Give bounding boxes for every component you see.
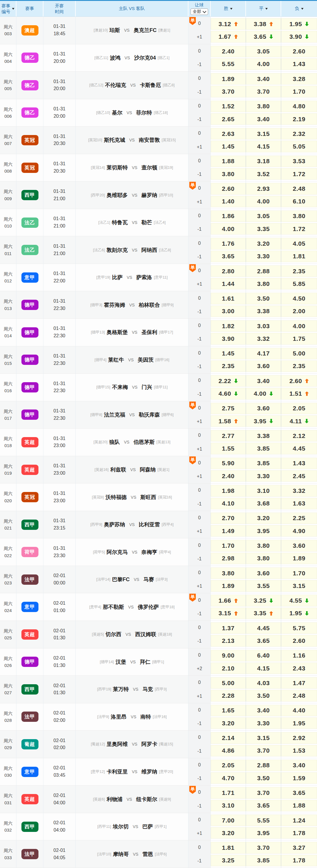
odds-cell-lose-line2[interactable]: 5.85 (281, 278, 317, 289)
odds-cell-draw-line2[interactable]: 3.70 (246, 86, 281, 97)
odds-cell-win-line1[interactable]: 5.00 (211, 677, 246, 689)
odds-cell-lose-line1[interactable]: 2.25 (281, 513, 317, 524)
odds-cell-lose-line1[interactable]: 2.12 (281, 430, 317, 441)
odds-cell-win-line2[interactable]: 3.80 (211, 168, 246, 180)
odds-cell-win-line1[interactable]: 1.61 (211, 293, 246, 304)
odds-cell-win-line2[interactable]: 1.40 (211, 196, 246, 207)
odds-cell-lose-line2[interactable]: 2.35 (281, 361, 317, 372)
odds-cell-draw-line2[interactable]: 3.40 (246, 113, 281, 125)
match-teams-link[interactable]: [法甲10] 摩纳哥 VS 雷恩 [法甲6] (76, 840, 188, 868)
odds-cell-win-line1[interactable]: 1.52 (211, 101, 246, 112)
odds-cell-lose-line2[interactable]: 1.43 (281, 58, 317, 70)
odds-cell-win-line1[interactable]: 1.76 (211, 238, 246, 249)
odds-cell-draw-line2[interactable]: 3.52 (246, 168, 281, 180)
match-teams-link[interactable]: [荷甲5] 阿尔克马 VS 奈梅亨 [荷甲4] (76, 538, 188, 566)
match-teams-link[interactable]: [德甲13] 奥格斯堡 VS 圣保利 [德甲17] (76, 319, 188, 346)
odds-cell-draw-line1[interactable]: 3.20 (246, 513, 281, 524)
odds-cell-win-line1[interactable]: 2.75 (211, 403, 246, 414)
odds-cell-lose-line2[interactable]: 1.63 (281, 498, 317, 509)
match-teams-link[interactable]: [德甲4] 莱红牛 VS 美因茨 [德甲16] (76, 346, 188, 374)
odds-cell-win-line2[interactable]: 1.67 (211, 31, 246, 42)
odds-cell-draw-line2[interactable]: 3.65 (246, 31, 281, 42)
odds-cell-draw-line1[interactable]: 2.88 (246, 266, 281, 277)
odds-cell-win-line1[interactable]: 1.86 (211, 211, 246, 222)
odds-cell-win-line1[interactable]: 7.00 (211, 814, 246, 826)
odds-cell-lose-line1[interactable]: 1.16 (281, 650, 317, 661)
match-teams-link[interactable]: [德甲15] 不来梅 VS 门兴 [德甲11] (76, 374, 188, 401)
odds-cell-draw-line1[interactable]: 3.60 (246, 403, 281, 414)
sort-draw-odds[interactable]: 平 (246, 1, 281, 17)
odds-cell-win-line1[interactable]: 2.60 (211, 183, 246, 194)
odds-cell-draw-line2[interactable]: 3.30 (246, 470, 281, 482)
odds-cell-lose-line2[interactable]: 2.19 (281, 113, 317, 125)
match-teams-link[interactable]: [西甲9] 奥萨苏纳 VS 比利亚雷 [西甲4] (76, 511, 188, 538)
odds-cell-draw-line1[interactable]: 3.40 (246, 705, 281, 716)
match-teams-link[interactable]: [英超5] 切尔西 VS 西汉姆联 [英超18] (76, 621, 188, 648)
odds-cell-lose-line1[interactable]: 1.47 (281, 677, 317, 689)
match-teams-link[interactable]: [英冠8] 沃特福德 VS 斯旺西 [英冠16] (76, 484, 188, 511)
odds-cell-draw-line2[interactable]: 3.65 (246, 635, 281, 646)
match-teams-link[interactable]: [法甲9] 洛里昂 VS 南特 [法甲16] (76, 703, 188, 731)
odds-cell-win-line2[interactable]: 3.90 (211, 333, 246, 344)
odds-cell-draw-line2[interactable]: 3.95 (246, 827, 281, 839)
odds-cell-draw-line1[interactable]: 3.80 (246, 540, 281, 551)
odds-cell-draw-line1[interactable]: 2.93 (246, 183, 281, 194)
odds-cell-win-line2[interactable]: 5.55 (211, 58, 246, 70)
odds-cell-win-line1[interactable]: 1.88 (211, 156, 246, 167)
match-teams-link[interactable]: [法乙1] 特鲁瓦 VS 勒芒 [法乙4] (76, 209, 188, 236)
odds-cell-lose-line2[interactable]: 2.60 (281, 635, 317, 646)
odds-cell-draw-line1[interactable]: 3.38 (246, 430, 281, 441)
odds-cell-draw-line2[interactable]: 3.95 (246, 415, 281, 427)
match-teams-link[interactable]: [意甲12] 卡利亚里 VS 维罗纳 [意甲20] (76, 758, 188, 785)
odds-cell-lose-line2[interactable]: 1.78 (281, 827, 317, 839)
odds-cell-win-line1[interactable]: 1.89 (211, 73, 246, 85)
odds-cell-lose-line2[interactable]: 1.88 (281, 800, 317, 811)
odds-cell-lose-line1[interactable]: 1.43 (281, 458, 317, 469)
odds-cell-draw-line1[interactable]: 4.17 (246, 348, 281, 359)
match-teams-link[interactable]: [意甲19] 比萨 VS 萨索洛 [意甲11] (76, 264, 188, 291)
odds-cell-draw-line1[interactable]: 3.85 (246, 458, 281, 469)
odds-cell-draw-line1[interactable]: 3.50 (246, 293, 281, 304)
match-teams-link[interactable]: [西甲19] 莱万特 VS 马竞 [西甲3] (76, 676, 188, 703)
match-teams-link[interactable]: [英超20] 狼队 VS 伯恩茅斯 [英超13] (76, 429, 188, 456)
odds-cell-lose-line1[interactable]: 2.32 (281, 128, 317, 140)
odds-cell-lose-line1[interactable]: 3.65 (281, 787, 317, 799)
match-teams-link[interactable]: [德甲3] 霍芬海姆 VS 柏林联合 [德甲9] (76, 291, 188, 318)
odds-cell-win-line2[interactable]: 4.60 (211, 388, 246, 399)
odds-cell-lose-line2[interactable]: 6.10 (281, 196, 317, 207)
odds-cell-lose-line1[interactable]: 1.95 (281, 18, 317, 30)
odds-cell-lose-line2[interactable]: 4.11 (281, 415, 317, 427)
odds-cell-lose-line1[interactable]: 5.75 (281, 622, 317, 634)
odds-cell-win-line2[interactable]: 2.13 (211, 635, 246, 646)
odds-cell-win-line2[interactable]: 3.70 (211, 86, 246, 97)
match-teams-link[interactable]: [法乙6] 敦刻尔克 VS 阿纳西 [法乙8] (76, 236, 188, 264)
odds-cell-draw-line1[interactable]: 3.60 (246, 567, 281, 579)
odds-cell-win-line1[interactable]: 2.77 (211, 430, 246, 441)
odds-cell-win-line2[interactable]: 2.98 (211, 553, 246, 564)
match-teams-link[interactable]: [德甲14] 汉堡 VS 拜仁 [德甲1] (76, 648, 188, 676)
odds-cell-draw-line2[interactable]: 3.35 (246, 223, 281, 235)
odds-cell-lose-line2[interactable]: 1.95 (281, 717, 317, 729)
odds-cell-win-line2[interactable]: 1.55 (211, 443, 246, 454)
odds-cell-draw-line2[interactable]: 3.95 (246, 525, 281, 536)
odds-cell-draw-line1[interactable]: 4.03 (246, 677, 281, 689)
odds-cell-lose-line1[interactable]: 1.24 (281, 814, 317, 826)
odds-cell-draw-line1[interactable]: 3.03 (246, 320, 281, 332)
odds-cell-draw-line2[interactable]: 3.55 (246, 580, 281, 591)
odds-cell-win-line1[interactable]: 1.37 (211, 622, 246, 634)
match-teams-link[interactable]: [意甲4] 那不勒斯 VS 佛罗伦萨 [意甲18] (76, 593, 188, 621)
odds-cell-win-line2[interactable]: 2.40 (211, 470, 246, 482)
odds-cell-lose-line1[interactable]: 4.80 (281, 101, 317, 112)
odds-cell-lose-line1[interactable]: 2.60 (281, 375, 317, 386)
match-teams-link[interactable]: [葡超12] 里奥阿维 VS 阿罗卡 [葡超15] (76, 731, 188, 758)
odds-cell-win-line1[interactable]: 9.00 (211, 650, 246, 661)
odds-cell-draw-line2[interactable]: 3.60 (246, 361, 281, 372)
odds-cell-draw-line1[interactable]: 3.80 (246, 101, 281, 112)
odds-cell-win-line1[interactable]: 5.90 (211, 458, 246, 469)
odds-cell-lose-line2[interactable]: 2.45 (281, 470, 317, 482)
odds-cell-lose-line1[interactable]: 2.48 (281, 183, 317, 194)
sort-match-number[interactable]: 赛事 编号 (0, 1, 17, 17)
odds-cell-win-line1[interactable]: 1.70 (211, 540, 246, 551)
odds-cell-win-line2[interactable]: 1.49 (211, 525, 246, 536)
odds-cell-lose-line1[interactable]: 4.55 (281, 595, 317, 606)
